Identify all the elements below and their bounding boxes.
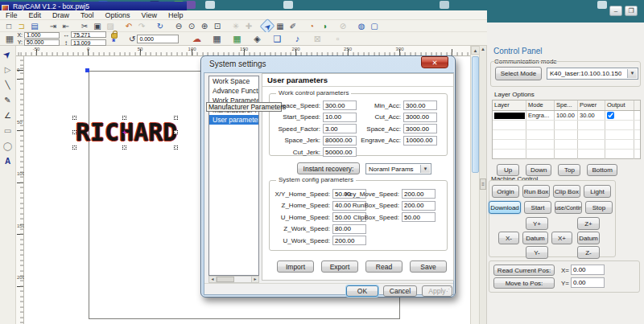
param-input[interactable] [403, 136, 437, 146]
paste-icon[interactable]: ▨ [105, 21, 116, 31]
param-input[interactable] [403, 113, 437, 122]
fit-icon[interactable]: ⊠ [312, 34, 323, 44]
hand-icon[interactable]: ◈ [251, 34, 262, 44]
selection-handle-ne[interactable] [174, 116, 178, 120]
param-input[interactable] [403, 124, 437, 133]
display-icon[interactable]: ▢ [369, 21, 380, 31]
read-current-pos-button[interactable]: Read Current Pos: [493, 265, 555, 276]
sound-icon[interactable]: ♪ [291, 34, 303, 44]
pos-x-input[interactable] [571, 265, 605, 275]
selection-handle-se[interactable] [174, 146, 178, 150]
param-input[interactable] [323, 147, 357, 157]
device-dropdown[interactable]: K40_laser:10.100.10.150 ▼ [547, 68, 638, 80]
menu-item[interactable]: Draw [47, 11, 75, 19]
jog-z-minus-button[interactable]: Z- [577, 246, 600, 259]
menu-item[interactable]: Help [163, 11, 189, 19]
text-tool[interactable]: A [2, 156, 14, 167]
param-input[interactable] [332, 236, 366, 245]
layer-speed-cell[interactable]: 100.00 [555, 111, 578, 120]
scroll-left-icon[interactable]: ◄ [209, 277, 217, 282]
param-input[interactable] [403, 100, 437, 110]
width-input[interactable] [71, 31, 106, 38]
jog-z-plus-button[interactable]: Z+ [577, 217, 600, 230]
stamp-icon[interactable]: ❑ [271, 34, 283, 44]
globe-icon[interactable]: ◍ [356, 21, 367, 31]
restore-button[interactable]: ❐ [625, 6, 638, 16]
scrollbar-thumb[interactable] [217, 277, 234, 282]
column-header[interactable]: Power [578, 100, 605, 110]
new-icon[interactable]: □ [3, 21, 14, 31]
column-header[interactable]: Layer [493, 100, 526, 110]
param-input[interactable] [402, 201, 436, 211]
stop-button[interactable]: Stop [585, 201, 613, 214]
tree-item-user-parameters[interactable]: User parameters [209, 115, 259, 125]
layer-color-swatch[interactable] [494, 113, 525, 119]
scroll-right-icon[interactable]: ► [251, 277, 258, 282]
selection-handle-w[interactable] [72, 130, 76, 134]
column-header[interactable]: Output [605, 100, 634, 110]
param-input[interactable] [402, 189, 436, 199]
resize-grip-icon[interactable]: ⋰ [446, 286, 452, 293]
ok-button[interactable]: OK [346, 285, 378, 297]
download-button[interactable]: Download [489, 201, 521, 214]
weld-icon[interactable]: ✚ [243, 21, 254, 31]
pos-y-input[interactable] [571, 277, 605, 288]
param-input[interactable] [402, 212, 436, 222]
simulate-icon[interactable]: ◔ [306, 21, 317, 31]
machine-button[interactable]: Light [584, 185, 611, 198]
select-mode-button[interactable]: Select Mode [495, 67, 542, 80]
chevron-down-icon[interactable]: ▼ [420, 165, 430, 173]
layer-order-button[interactable]: Top [558, 164, 580, 176]
layer-table-icon[interactable]: ▦ [275, 21, 286, 31]
selection-handle-nw[interactable] [72, 116, 76, 120]
pen-tool[interactable]: ✎ [2, 95, 14, 106]
jog-y-plus-button[interactable]: Y+ [526, 217, 548, 230]
line-tool[interactable]: ╲ [2, 80, 14, 91]
io-button[interactable]: Import [277, 260, 314, 273]
grid-snap-icon[interactable]: ▦ [4, 34, 15, 44]
ratio-icon[interactable]: * [112, 39, 118, 45]
zoom-out-icon[interactable]: ⊖ [173, 21, 184, 31]
xy-datum-button[interactable]: Datum [522, 232, 548, 244]
ellipse-tool[interactable]: ◯ [2, 141, 14, 152]
y-position-input[interactable] [24, 39, 60, 46]
machine-button[interactable]: Clip Box [553, 185, 580, 198]
height-input[interactable] [71, 39, 106, 46]
zoom-in-icon[interactable]: ⊕ [199, 21, 210, 31]
rotation-input[interactable] [137, 35, 179, 43]
column-header[interactable]: Spe... [555, 100, 578, 110]
output-icon[interactable]: ◑ [319, 21, 330, 31]
save-icon[interactable]: ▤ [29, 21, 40, 31]
menu-item[interactable]: File [0, 11, 23, 19]
minimize-button[interactable]: – [609, 6, 622, 16]
machine-button[interactable]: Run Box [522, 185, 550, 198]
tool-icon[interactable]: ✐ [287, 21, 299, 31]
export-icon[interactable]: ⇤ [60, 21, 72, 31]
jog-x-minus-button[interactable]: X- [498, 232, 519, 244]
scrollbar-thumb[interactable] [472, 56, 479, 173]
redo-icon[interactable]: ↷ [136, 21, 147, 31]
rectangle-tool[interactable]: ▭ [2, 125, 14, 137]
import-icon[interactable]: ⇥ [47, 21, 59, 31]
z-datum-button[interactable]: Datum [577, 232, 600, 244]
io-button[interactable]: Read [365, 260, 402, 273]
align-grid-icon[interactable]: ▦ [211, 34, 222, 44]
x-position-input[interactable] [24, 32, 60, 39]
params-dropdown[interactable]: Noraml Params ▼ [365, 163, 431, 174]
polyline-tool[interactable]: ∠ [2, 110, 14, 121]
layer-mode-cell[interactable]: Engra... [526, 111, 555, 120]
close-all-icon[interactable]: ▫ [332, 34, 343, 44]
menu-item[interactable]: Options [100, 11, 136, 19]
menu-item[interactable]: View [136, 11, 163, 19]
cut-icon[interactable]: ✂ [79, 21, 90, 31]
selection-handle-s[interactable] [122, 146, 126, 150]
layer-order-button[interactable]: Bottom [587, 164, 617, 176]
layer-order-button[interactable]: Down [526, 164, 551, 176]
layer-order-button[interactable]: Up [497, 164, 519, 176]
copy-icon[interactable]: ▣ [92, 21, 103, 31]
selection-handle-n[interactable] [122, 116, 126, 120]
close-icon[interactable]: ✕ [421, 56, 448, 68]
zoom-icon[interactable]: ⊙ [186, 21, 197, 31]
zoom-window-icon[interactable]: ⊡ [212, 21, 223, 31]
menu-item[interactable]: Tool [75, 11, 100, 19]
